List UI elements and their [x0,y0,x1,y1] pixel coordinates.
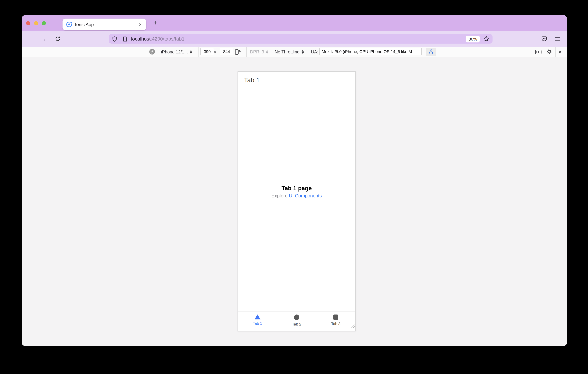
zoom-window-button[interactable] [42,21,46,25]
ua-label: UA: [311,47,318,57]
rotate-viewport-button[interactable] [234,47,241,57]
app-header-title: Tab 1 [244,76,260,84]
divider [246,47,247,57]
reload-button[interactable] [52,31,63,47]
tab-label: Tab 3 [331,322,340,326]
dpr-stepper-icon [266,50,268,53]
tab-button-tab2[interactable]: Tab 2 [277,311,316,331]
device-browser-icon [149,47,155,57]
rdm-settings-button[interactable] [546,47,552,57]
touch-simulation-toggle[interactable] [426,48,436,56]
gear-icon [546,49,552,55]
page-body: Tab 1 page Explore UI Components [238,185,355,199]
resize-grip-icon [350,323,355,329]
close-window-button[interactable] [26,21,30,25]
touch-pointer-icon [428,49,434,55]
bookmark-star-icon[interactable] [483,36,490,42]
divider [556,47,556,57]
screen: Ionic App × + ← → [0,0,588,374]
url-host: localhost [131,36,151,42]
traffic-lights [26,15,46,31]
navigation-toolbar: ← → localhost:4200/tabs/tab1 80% [21,31,567,47]
device-selector[interactable]: iPhone 12/1... [161,47,192,57]
tab-button-tab1[interactable]: Tab 1 [238,311,277,331]
throttling-selector[interactable]: No Throttling [275,47,304,57]
page-title: Tab 1 page [238,185,355,192]
device-viewport: Tab 1 Tab 1 page Explore UI Components T… [238,71,356,331]
divider [425,47,425,57]
device-selector-stepper-icon [190,50,192,53]
rotate-icon [234,48,241,55]
explore-line: Explore UI Components [238,193,355,199]
explore-text: Explore [272,193,289,199]
url-text: localhost:4200/tabs/tab1 [131,36,466,42]
rdm-content-area: Tab 1 Tab 1 page Explore UI Components T… [21,57,567,346]
browser-tab-ionic-app[interactable]: Ionic App × [63,19,146,30]
throttling-label: No Throttling [275,49,299,54]
page-info-icon[interactable] [122,36,128,42]
user-agent-input[interactable] [319,48,422,55]
tab-close-icon[interactable]: × [138,21,142,28]
minimize-window-button[interactable] [34,21,38,25]
url-bar[interactable]: localhost:4200/tabs/tab1 80% [109,34,493,43]
square-icon [333,314,338,320]
dpr-selector[interactable]: DPR: 3 [250,47,268,57]
shield-icon[interactable] [112,36,117,42]
app-header: Tab 1 [238,72,355,89]
viewport-width-input[interactable] [200,48,214,55]
app-tab-bar: Tab 1 Tab 2 Tab 3 [238,311,355,331]
reload-icon [55,36,60,42]
viewport-resize-handle[interactable] [350,323,355,330]
browser-window: Ionic App × + ← → [21,15,567,346]
forward-button[interactable]: → [38,31,49,47]
tab-label: Tab 1 [253,321,262,325]
divider [308,47,308,57]
new-tab-button[interactable]: + [150,15,160,31]
titlebar: Ionic App × + [21,15,567,31]
tab-label: Tab 2 [292,322,301,326]
responsive-design-toolbar: iPhone 12/1... × DPR: 3 No Th [21,47,567,57]
divider [272,47,272,57]
ui-components-link[interactable]: UI Components [289,193,322,199]
zoom-level-badge[interactable]: 80% [466,35,480,42]
ellipse-icon [294,314,299,320]
hamburger-menu-icon [554,36,560,42]
triangle-icon [254,314,261,320]
app-menu-button[interactable] [552,31,562,47]
throttling-stepper-icon [301,50,304,53]
browser-tab-title: Ionic App [75,22,138,27]
tab-button-tab3[interactable]: Tab 3 [316,311,355,331]
dimension-times-label: × [214,47,216,57]
screenshot-button[interactable] [535,47,542,57]
pocket-button[interactable] [539,31,549,47]
rdm-close-button[interactable]: × [558,47,562,57]
url-path: :4200/tabs/tab1 [151,36,185,42]
dpr-label: DPR: 3 [250,49,264,54]
viewport-height-input[interactable] [220,48,233,55]
back-button[interactable]: ← [25,31,35,47]
ionic-logo-icon [66,21,72,27]
device-selector-label: iPhone 12/1... [161,49,188,54]
camera-icon [535,49,542,55]
divider [198,47,199,57]
pocket-icon [541,36,547,42]
